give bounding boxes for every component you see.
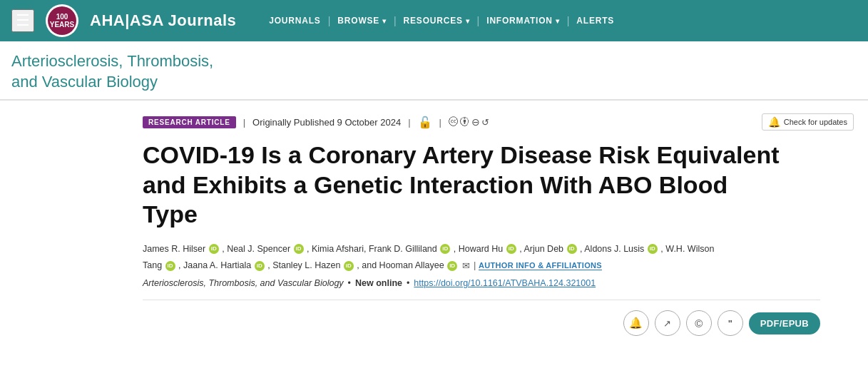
source-journal-name: Arteriosclerosis, Thrombosis, and Vascul… xyxy=(143,278,344,288)
hamburger-menu-button[interactable]: ☰ xyxy=(11,9,34,32)
author-arjun-deb: Arjun Deb xyxy=(524,244,563,254)
cc-nc-icon: ⊖ xyxy=(471,116,480,128)
author-neal-spencer: Neal J. Spencer xyxy=(227,244,290,254)
top-navigation: ☰ 100YEARS AHA|ASA Journals RESEARCH ART… xyxy=(0,0,868,41)
copyright-icon: © xyxy=(695,317,703,330)
information-chevron: ▾ xyxy=(556,17,560,25)
meta-separator-2: | xyxy=(408,117,410,128)
aha-logo: 100YEARS xyxy=(46,4,78,37)
authors-row: James R. Hilser iD , Neal J. Spencer iD … xyxy=(143,241,799,275)
share-icon: ↗ xyxy=(663,318,671,329)
author-info-affiliations-link[interactable]: AUTHOR INFO & AFFILIATIONS xyxy=(479,261,602,270)
license-icons: 🅭 🅯 ⊖ ↺ xyxy=(449,116,489,128)
published-date: Originally Published 9 October 2024 xyxy=(252,117,401,128)
nav-journals-label[interactable]: JOURNALS xyxy=(262,16,327,26)
pdf-epub-button[interactable]: PDF/EPUB xyxy=(749,312,820,334)
article-title: COVID-19 Is a Coronary Artery Disease Ri… xyxy=(143,141,785,229)
site-title: AHA|ASA Journals xyxy=(90,11,236,30)
author-hooman-allayee: Hooman Allayee xyxy=(379,260,444,270)
source-bullet-2: • xyxy=(407,278,409,288)
browse-chevron: ▾ xyxy=(382,17,387,25)
copyright-button[interactable]: © xyxy=(686,310,712,336)
orcid-icon-lusis[interactable]: iD xyxy=(648,244,658,254)
article-meta-row: RESEARCH ARTICLE | Originally Published … xyxy=(143,113,854,131)
author-stanley-hazen: Stanley L. Hazen xyxy=(272,260,340,270)
author-jaana-hartiala: Jaana A. Hartiala xyxy=(183,260,251,270)
action-buttons-row: 🔔 ↗ © " PDF/EPUB xyxy=(143,300,820,336)
orcid-icon-allayee[interactable]: iD xyxy=(447,261,457,271)
author-james-hilser: James R. Hilser xyxy=(143,244,205,254)
bell-icon: 🔔 xyxy=(629,317,643,330)
orcid-icon-hu[interactable]: iD xyxy=(506,244,516,254)
cc-by-icon: 🅯 xyxy=(460,116,470,128)
orcid-icon-hilser[interactable]: iD xyxy=(209,244,219,254)
orcid-icon-gilliland[interactable]: iD xyxy=(440,244,450,254)
open-access-icon[interactable]: 🔓 xyxy=(418,116,432,129)
updates-bell-icon: 🔔 xyxy=(768,116,780,128)
check-for-updates-button[interactable]: 🔔 Check for updates xyxy=(762,113,854,131)
resources-chevron: ▾ xyxy=(466,17,470,25)
author-aldons-lusis: Aldons J. Lusis xyxy=(584,244,644,254)
logo-inner: 100YEARS xyxy=(48,6,76,35)
email-icon[interactable]: ✉ xyxy=(462,257,470,274)
quote-icon: " xyxy=(728,318,732,329)
meta-separator-3: | xyxy=(439,117,441,128)
nav-information[interactable]: INFORMATION ▾ xyxy=(479,16,566,26)
research-article-badge: RESEARCH ARTICLE xyxy=(143,116,236,128)
orcid-icon-spencer[interactable]: iD xyxy=(294,244,304,254)
doi-link[interactable]: https://doi.org/10.1161/ATVBAHA.124.3210… xyxy=(414,278,596,288)
nav-links: RESEARCH ARTICLE JOURNALS | BROWSE ▾ | R… xyxy=(262,15,857,26)
meta-separator-1: | xyxy=(243,117,245,128)
article-source-row: Arteriosclerosis, Thrombosis, and Vascul… xyxy=(143,278,854,288)
journal-title-bar: Arteriosclerosis, Thrombosis, and Vascul… xyxy=(0,41,868,101)
share-button[interactable]: ↗ xyxy=(655,310,680,336)
orcid-icon-hazen[interactable]: iD xyxy=(344,261,354,271)
orcid-icon-hartiala[interactable]: iD xyxy=(255,261,265,271)
nav-browse[interactable]: BROWSE ▾ xyxy=(330,16,394,26)
author-howard-hu: Howard Hu xyxy=(459,244,504,254)
orcid-icon-deb[interactable]: iD xyxy=(567,244,577,254)
cite-button[interactable]: " xyxy=(718,310,743,336)
author-tang: Tang xyxy=(143,260,162,270)
nav-alerts[interactable]: ALERTS xyxy=(569,16,621,26)
nav-resources[interactable]: RESOURCES ▾ xyxy=(397,16,477,26)
author-frank-gilliland: Frank D. Gilliland xyxy=(369,244,437,254)
cc-sa-icon: ↺ xyxy=(481,117,489,128)
cc-icon: 🅭 xyxy=(449,116,459,128)
orcid-icon-tang[interactable]: iD xyxy=(165,261,175,271)
source-bullet-1: • xyxy=(348,278,351,288)
alert-button[interactable]: 🔔 xyxy=(623,310,649,336)
article-content: RESEARCH ARTICLE | Originally Published … xyxy=(0,101,868,349)
journal-name[interactable]: Arteriosclerosis, Thrombosis, and Vascul… xyxy=(11,51,857,92)
source-status: New online xyxy=(355,278,402,288)
